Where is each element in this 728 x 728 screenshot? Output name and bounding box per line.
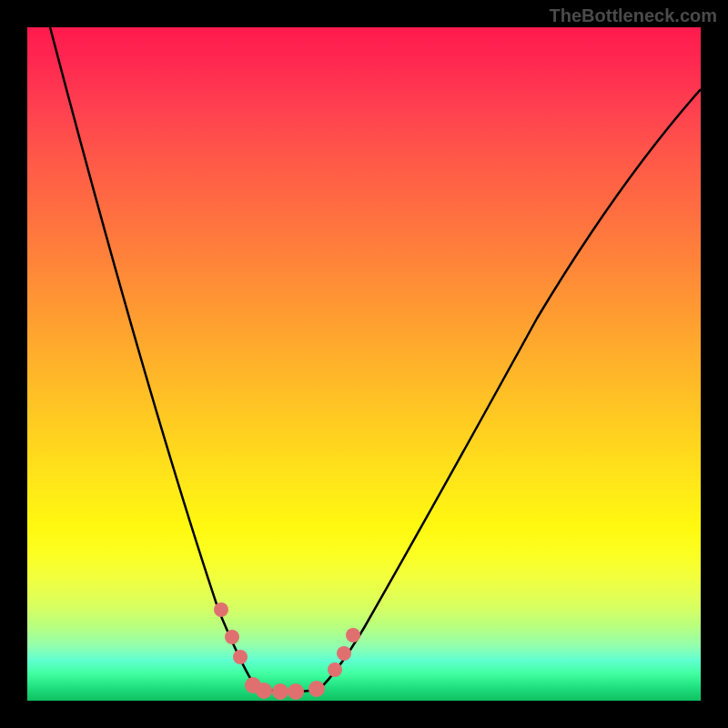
data-marker <box>288 683 304 700</box>
data-marker <box>337 646 351 661</box>
data-marker <box>328 662 342 677</box>
curve-right <box>318 89 701 690</box>
data-marker <box>346 628 360 642</box>
chart-svg <box>27 27 701 701</box>
watermark-text: TheBottleneck.com <box>550 5 717 26</box>
data-marker <box>225 630 239 644</box>
data-marker <box>272 683 288 700</box>
data-marker <box>214 602 228 617</box>
data-marker <box>233 650 248 664</box>
data-marker <box>256 682 272 699</box>
chart-plot-area <box>27 27 701 701</box>
curve-left <box>50 27 264 690</box>
data-marker <box>308 681 325 697</box>
